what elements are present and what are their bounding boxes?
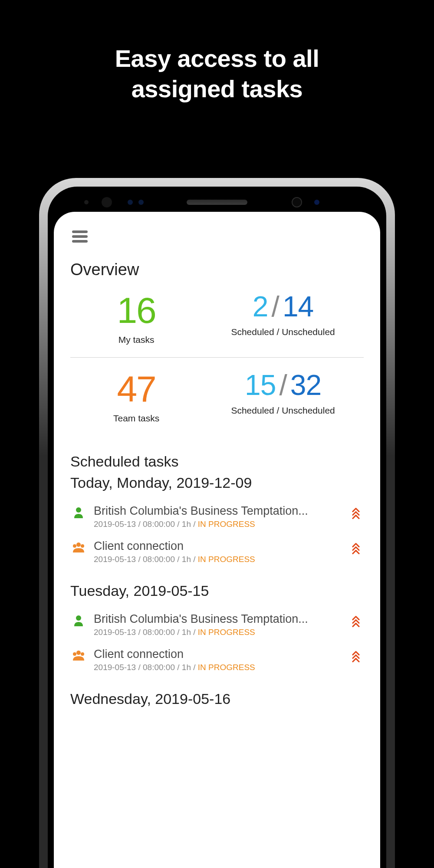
phone-frame: Overview 16 My tasks 2/14 Scheduled / Un… (39, 178, 395, 868)
my-tasks-stats[interactable]: 16 My tasks 2/14 Scheduled / Unscheduled (70, 287, 364, 357)
task-title: British Columbia's Business Temptation..… (94, 612, 344, 626)
task-row[interactable]: Client connection2019-05-13 / 08:00:00 /… (70, 642, 364, 677)
priority-high-icon (351, 648, 364, 665)
team-tasks-stats[interactable]: 47 Team tasks 15/32 Scheduled / Unschedu… (70, 357, 364, 436)
task-row[interactable]: British Columbia's Business Temptation..… (70, 499, 364, 534)
team-tasks-label: Team tasks (70, 413, 202, 424)
task-row[interactable]: Client connection2019-05-13 / 08:00:00 /… (70, 534, 364, 569)
page-title: Overview (70, 260, 364, 279)
task-status: IN PROGRESS (198, 628, 255, 637)
my-tasks-count: 16 (70, 292, 202, 329)
my-tasks-split: 2/14 (202, 292, 364, 321)
priority-high-icon (351, 539, 364, 557)
task-status: IN PROGRESS (198, 663, 255, 672)
task-title: Client connection (94, 539, 344, 553)
person-icon (70, 504, 87, 519)
date-heading: Wednesday, 2019-05-16 (70, 690, 364, 707)
date-heading: Tuesday, 2019-05-15 (70, 582, 364, 599)
team-tasks-split-label: Scheduled / Unscheduled (202, 405, 364, 416)
task-status: IN PROGRESS (198, 519, 255, 529)
phone-sensor-bar (54, 193, 380, 212)
task-meta: 2019-05-13 / 08:00:00 / 1h / IN PROGRESS (94, 555, 344, 564)
person-icon (70, 612, 87, 627)
priority-high-icon (351, 504, 364, 522)
menu-icon[interactable] (72, 228, 88, 245)
task-meta: 2019-05-13 / 08:00:00 / 1h / IN PROGRESS (94, 628, 344, 637)
scheduled-section-title: Scheduled tasks (70, 450, 364, 473)
date-heading: Today, Monday, 2019-12-09 (70, 474, 364, 491)
my-tasks-split-label: Scheduled / Unscheduled (202, 327, 364, 337)
task-meta: 2019-05-13 / 08:00:00 / 1h / IN PROGRESS (94, 663, 344, 672)
task-title: Client connection (94, 648, 344, 661)
group-icon (70, 648, 87, 662)
task-title: British Columbia's Business Temptation..… (94, 504, 344, 518)
task-meta: 2019-05-13 / 08:00:00 / 1h / IN PROGRESS (94, 519, 344, 529)
team-tasks-count: 47 (70, 371, 202, 407)
priority-high-icon (351, 612, 364, 630)
task-row[interactable]: British Columbia's Business Temptation..… (70, 607, 364, 642)
team-tasks-split: 15/32 (202, 371, 364, 399)
my-tasks-label: My tasks (70, 335, 202, 345)
group-icon (70, 539, 87, 554)
task-status: IN PROGRESS (198, 555, 255, 564)
promo-headline: Easy access to all assigned tasks (0, 0, 434, 104)
